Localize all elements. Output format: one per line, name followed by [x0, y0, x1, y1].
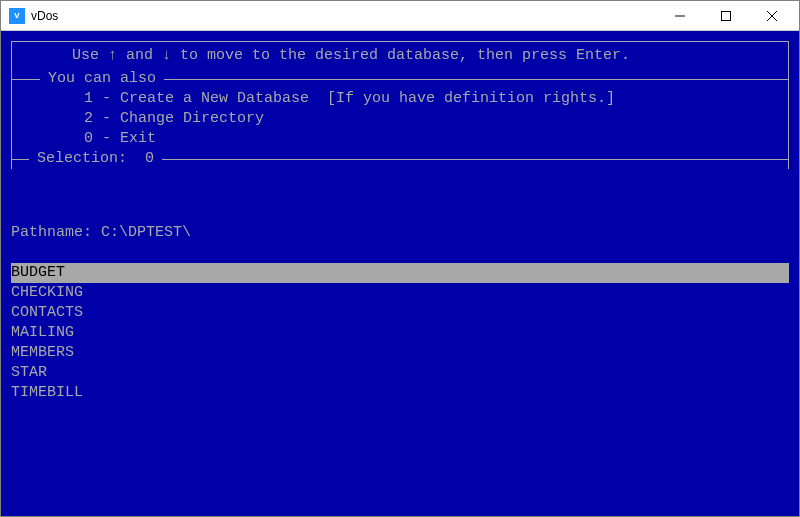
window-title: vDos	[31, 9, 657, 23]
menu-legend: You can also	[40, 69, 164, 89]
menu-option-2[interactable]: 2 - Change Directory	[12, 109, 788, 129]
window-controls	[657, 1, 795, 31]
menu-legend-row: You can also	[12, 69, 788, 89]
database-item[interactable]: STAR	[11, 363, 789, 383]
selection-input[interactable]: Selection: 0	[29, 149, 162, 169]
app-icon: v	[9, 8, 25, 24]
minimize-button[interactable]	[657, 1, 703, 31]
pathname-label: Pathname:	[11, 224, 101, 241]
selection-row: Selection: 0	[11, 149, 789, 169]
titlebar: v vDos	[1, 1, 799, 31]
menu-option-1[interactable]: 1 - Create a New Database [If you have d…	[12, 89, 788, 109]
database-item[interactable]: CHECKING	[11, 283, 789, 303]
database-list[interactable]: BUDGETCHECKINGCONTACTSMAILINGMEMBERSSTAR…	[11, 263, 789, 403]
instruction-box: Use ↑ and ↓ to move to the desired datab…	[11, 41, 789, 69]
pathname-value: C:\DPTEST\	[101, 224, 191, 241]
database-item[interactable]: TIMEBILL	[11, 383, 789, 403]
dos-screen[interactable]: Use ↑ and ↓ to move to the desired datab…	[1, 31, 799, 516]
instruction-text: Use ↑ and ↓ to move to the desired datab…	[72, 46, 630, 66]
svg-rect-1	[722, 11, 731, 20]
database-item[interactable]: CONTACTS	[11, 303, 789, 323]
database-item[interactable]: BUDGET	[11, 263, 789, 283]
maximize-button[interactable]	[703, 1, 749, 31]
database-item[interactable]: MAILING	[11, 323, 789, 343]
database-item[interactable]: MEMBERS	[11, 343, 789, 363]
app-window: v vDos Use ↑ and ↓ to move to the desire…	[0, 0, 800, 517]
menu-option-0[interactable]: 0 - Exit	[12, 129, 788, 149]
menu-box: You can also 1 - Create a New Database […	[11, 69, 789, 169]
close-button[interactable]	[749, 1, 795, 31]
pathname-line: Pathname: C:\DPTEST\	[11, 223, 789, 243]
